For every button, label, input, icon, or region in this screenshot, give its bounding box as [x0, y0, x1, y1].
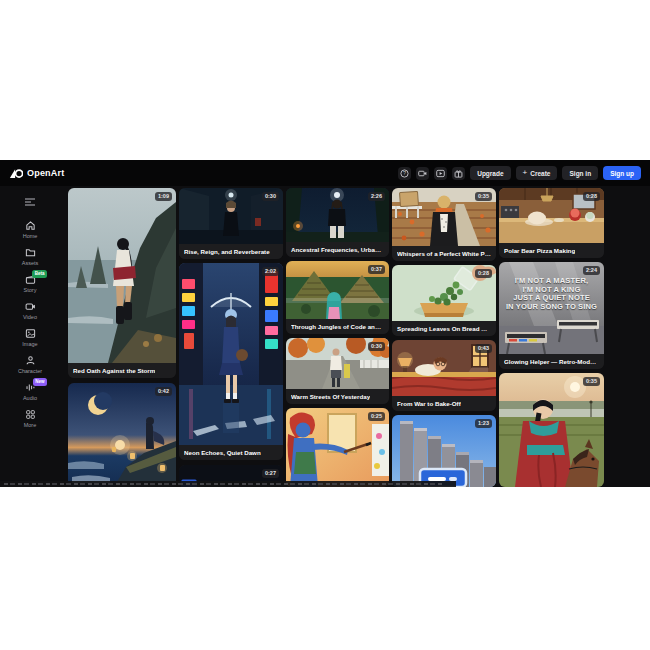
duration-badge: 0:35	[475, 192, 492, 201]
video-title: From War to Bake-Off	[392, 396, 496, 411]
video-card-ancestral[interactable]: 2:26 Ancestral Frequencies, Urban Echoes	[286, 188, 389, 257]
lyric-text-overlay: I'M NOT A MASTER, I'M NOT A KING JUST A …	[499, 277, 604, 311]
openart-logo-text: OpenArt	[27, 168, 64, 178]
sidebar-item-assets[interactable]: Assets	[0, 247, 60, 266]
top-bar: OpenArt ? Upgrade +Create Sign in Sign u…	[0, 160, 650, 186]
sidebar-item-video[interactable]: Video	[0, 301, 60, 320]
video-card-moon-cliff[interactable]: 0:42	[68, 383, 176, 487]
duration-badge: 0:30	[368, 342, 385, 351]
sidebar-label-home: Home	[23, 233, 38, 239]
duration-badge: 1:23	[475, 419, 492, 428]
cookie-banner-edge	[0, 481, 456, 487]
sidebar: Home Assets Beta Story Video Image Chara…	[0, 186, 60, 487]
video-title: Rise, Reign, and Reverberate	[179, 244, 283, 259]
video-card-bake-off[interactable]: 0:43 From War to Bake-Off	[392, 340, 496, 411]
video-card-polar-pizza[interactable]: 0:28 Polar Bear Pizza Making	[499, 188, 604, 258]
camera-icon[interactable]	[416, 167, 429, 180]
thumbnail-moon-cliff	[68, 383, 176, 487]
video-title: Red Oath Against the Storm	[68, 363, 176, 378]
video-card-blue-painter[interactable]: 0:25	[286, 408, 389, 487]
video-title: Whispers of a Perfect White Pumpkin	[392, 246, 496, 261]
video-title: Spreading Leaves On Bread ASMR	[392, 321, 496, 336]
video-card-pumpkin[interactable]: 0:35 Whispers of a Perfect White Pumpkin	[392, 188, 496, 261]
video-card-bread-asmr[interactable]: 0:28 Spreading Leaves On Bread ASMR	[392, 265, 496, 336]
thumbnail-neon-echoes	[179, 263, 283, 445]
more-grid-icon	[25, 409, 36, 420]
image-icon	[25, 328, 36, 339]
openart-logo-icon	[9, 168, 23, 179]
sidebar-label-story: Story	[24, 287, 37, 293]
video-card-neon-echoes[interactable]: 2:02 Neon Echoes, Quiet Dawn	[179, 263, 283, 460]
header-actions: ? Upgrade +Create Sign in Sign up	[398, 166, 641, 180]
duration-badge: 1:09	[155, 192, 172, 201]
plus-icon: +	[523, 169, 528, 177]
duration-badge: 0:42	[155, 387, 172, 396]
sidebar-item-more[interactable]: More	[0, 409, 60, 428]
upgrade-label: Upgrade	[477, 170, 503, 177]
sidebar-label-audio: Audio	[23, 395, 37, 401]
sidebar-item-audio[interactable]: New Audio	[0, 382, 60, 401]
duration-badge: 2:02	[262, 267, 279, 276]
video-card-red-oath[interactable]: 1:09 Red Oath Against the Storm	[68, 188, 176, 378]
create-label: Create	[530, 170, 550, 177]
sidebar-item-story[interactable]: Beta Story	[0, 274, 60, 293]
character-icon	[25, 355, 36, 366]
duration-badge: 0:28	[475, 269, 492, 278]
create-button[interactable]: +Create	[516, 166, 558, 180]
video-card-warm-streets[interactable]: 0:30 Warm Streets Of Yesterday	[286, 338, 389, 404]
sidebar-item-character[interactable]: Character	[0, 355, 60, 374]
signin-button[interactable]: Sign in	[562, 166, 598, 180]
tutorials-play-icon[interactable]	[434, 167, 447, 180]
page: { "header": { "logo": "OpenArt", "upgrad…	[0, 0, 650, 650]
video-title: Glowing Helper — Retro-Modern Indie ...	[499, 354, 604, 369]
sidebar-label-video: Video	[23, 314, 37, 320]
folder-icon	[25, 247, 36, 258]
sidebar-collapse-icon[interactable]	[24, 193, 36, 211]
home-icon	[25, 220, 36, 231]
thumbnail-horse-girl	[499, 373, 604, 487]
video-title: Neon Echoes, Quiet Dawn	[179, 445, 283, 460]
signup-label: Sign up	[610, 170, 634, 177]
thumbnail-red-oath	[68, 188, 176, 363]
duration-badge: 0:27	[262, 469, 279, 478]
story-beta-badge: Beta	[32, 270, 47, 278]
video-card-skyscrapers[interactable]: 1:23	[392, 415, 496, 487]
duration-badge: 0:28	[583, 192, 600, 201]
duration-badge: 0:25	[368, 412, 385, 421]
sidebar-item-image[interactable]: Image	[0, 328, 60, 347]
duration-badge: 0:30	[262, 192, 279, 201]
video-title: Warm Streets Of Yesterday	[286, 389, 389, 404]
video-card-jungles[interactable]: 0:37 Through Jungles of Code and Ruin	[286, 261, 389, 334]
duration-badge: 2:26	[368, 192, 385, 201]
video-title: Through Jungles of Code and Ruin	[286, 319, 389, 334]
video-card-glowing-helper[interactable]: I'M NOT A MASTER, I'M NOT A KING JUST A …	[499, 262, 604, 369]
video-card-horse-girl[interactable]: 0:35	[499, 373, 604, 487]
svg-text:?: ?	[403, 170, 406, 176]
duration-badge: 0:43	[475, 344, 492, 353]
sidebar-label-assets: Assets	[22, 260, 39, 266]
video-title: Polar Bear Pizza Making	[499, 243, 604, 258]
sidebar-label-image: Image	[22, 341, 37, 347]
signin-label: Sign in	[569, 170, 591, 177]
sidebar-item-home[interactable]: Home	[0, 220, 60, 239]
audio-new-badge: New	[33, 378, 47, 386]
upgrade-button[interactable]: Upgrade	[470, 166, 510, 180]
duration-badge: 2:24	[583, 266, 600, 275]
video-title: Ancestral Frequencies, Urban Echoes	[286, 242, 389, 257]
duration-badge: 0:37	[368, 265, 385, 274]
video-camera-icon	[25, 301, 36, 312]
signup-button[interactable]: Sign up	[603, 166, 641, 180]
video-card-rise-reign[interactable]: 0:30 Rise, Reign, and Reverberate	[179, 188, 283, 259]
sidebar-label-more: More	[24, 422, 37, 428]
sidebar-label-character: Character	[18, 368, 42, 374]
duration-badge: 0:35	[583, 377, 600, 386]
cookie-banner-text-fragment	[4, 483, 444, 485]
gift-icon[interactable]	[452, 167, 465, 180]
openart-logo[interactable]: OpenArt	[9, 168, 64, 179]
app-window: OpenArt ? Upgrade +Create Sign in Sign u…	[0, 160, 650, 487]
help-icon[interactable]: ?	[398, 167, 411, 180]
